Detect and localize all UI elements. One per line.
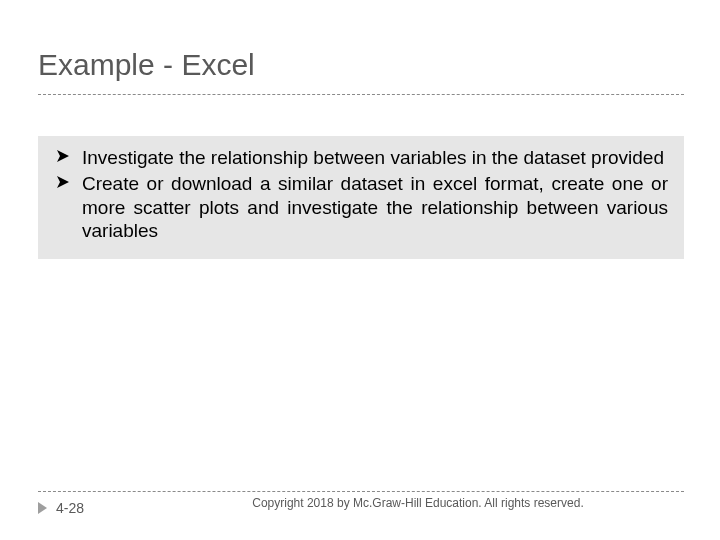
footer: 4-28 Copyright 2018 by Mc.Graw-Hill Educ… (38, 496, 684, 526)
content-box: Investigate the relationship between var… (38, 136, 684, 259)
slide: Example - Excel Investigate the relation… (0, 0, 720, 540)
slide-title: Example - Excel (38, 48, 255, 82)
list-item: Create or download a similar dataset in … (54, 172, 668, 243)
divider-bottom (38, 491, 684, 492)
bullet-arrow-icon (56, 175, 70, 189)
page-number: 4-28 (56, 500, 84, 516)
list-item: Investigate the relationship between var… (54, 146, 668, 170)
list-item-text: Investigate the relationship between var… (82, 147, 664, 168)
svg-marker-0 (57, 150, 69, 162)
bullet-arrow-icon (56, 149, 70, 163)
copyright-text: Copyright 2018 by Mc.Graw-Hill Education… (238, 496, 598, 511)
footer-marker-icon (38, 502, 47, 514)
bullet-list: Investigate the relationship between var… (54, 146, 668, 243)
list-item-text: Create or download a similar dataset in … (82, 173, 668, 242)
svg-marker-1 (57, 176, 69, 188)
divider-top (38, 94, 684, 95)
